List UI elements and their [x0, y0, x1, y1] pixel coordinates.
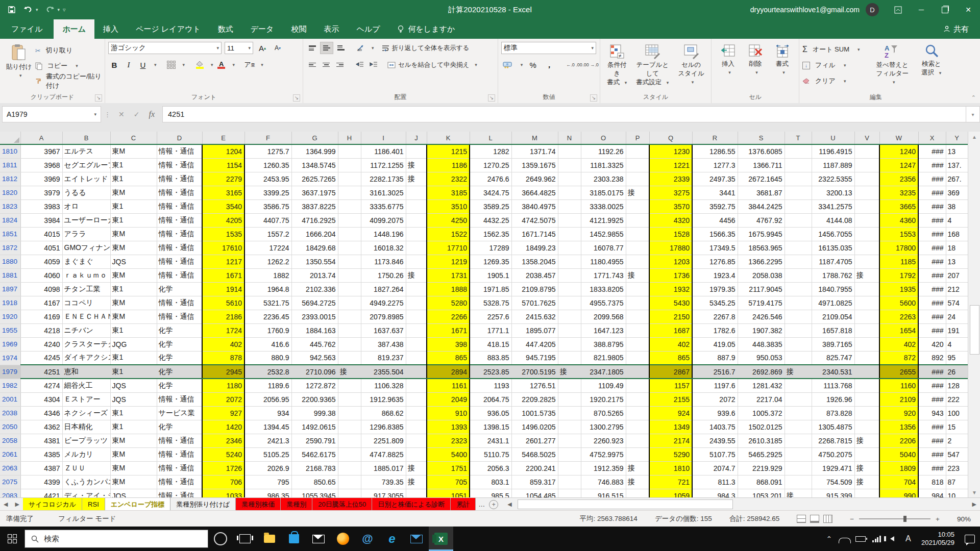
cell-W1982[interactable]: 1160: [879, 379, 918, 392]
cell-M1918[interactable]: 5701.7625: [511, 296, 558, 310]
cell-W2050[interactable]: 1356: [879, 420, 918, 434]
cell-U1872[interactable]: 16135.035: [812, 241, 854, 255]
cell-A1881[interactable]: 4060: [20, 268, 62, 282]
hscroll-left-icon[interactable]: ◀: [504, 501, 515, 508]
cell-F1824[interactable]: 4407.75: [244, 213, 291, 227]
column-header-E[interactable]: E: [202, 132, 244, 144]
sheet-tab-日別と株価による診断[interactable]: 日別と株価による診断: [372, 498, 451, 511]
cell-U1824[interactable]: 4144.08: [812, 213, 854, 227]
cell-F1974[interactable]: 880.9: [244, 351, 291, 365]
cell-S2083[interactable]: 1053.201: [738, 489, 785, 497]
cell-L2058[interactable]: 2431.1: [470, 434, 511, 447]
tab-insert[interactable]: 挿入: [94, 19, 127, 39]
cell-L1881[interactable]: 1905.1: [470, 268, 511, 282]
cell-V2050[interactable]: [854, 420, 879, 434]
align-center-icon[interactable]: [320, 59, 332, 70]
cell-Y1812[interactable]: 267.: [946, 172, 968, 186]
cell-O1982[interactable]: 1109.49: [581, 379, 626, 392]
cell-R1969[interactable]: 419.05: [692, 337, 738, 351]
cell-N2001[interactable]: [558, 392, 581, 406]
cell-R2075[interactable]: 811.3: [692, 475, 738, 489]
cell-G1918[interactable]: 5694.2725: [291, 296, 338, 310]
select-all-corner[interactable]: [0, 132, 20, 144]
cell-H1969[interactable]: [338, 337, 361, 351]
tab-home[interactable]: ホーム: [54, 19, 94, 39]
cell-X1974[interactable]: 892: [918, 351, 946, 365]
cell-A1880[interactable]: 4059: [20, 255, 62, 268]
cell-W2001[interactable]: 2109: [879, 392, 918, 406]
cell-V2061[interactable]: [854, 447, 879, 461]
cell-C1811[interactable]: 東1: [110, 158, 157, 172]
cell-Y1881[interactable]: 207: [946, 268, 968, 282]
cell-T1955[interactable]: [785, 323, 812, 337]
cell-C2075[interactable]: 東M: [110, 475, 157, 489]
cell-L1824[interactable]: 4432.25: [470, 213, 511, 227]
cell-A2038[interactable]: 4346: [20, 406, 62, 420]
cell-A1974[interactable]: 4245: [20, 351, 62, 365]
cell-I2001[interactable]: 1912.9635: [361, 392, 406, 406]
cell-W1823[interactable]: 3665: [879, 199, 918, 213]
cell-V1979[interactable]: [854, 365, 879, 379]
cell-X1969[interactable]: 420: [918, 337, 946, 351]
cell-A1982[interactable]: 4274: [20, 379, 62, 392]
cell-D1823[interactable]: 情報・通信: [157, 199, 202, 213]
row-header-1969[interactable]: 1969: [0, 337, 20, 351]
cell-O1812[interactable]: 2303.238: [581, 172, 626, 186]
cell-I2061[interactable]: 4747.8825: [361, 447, 406, 461]
cell-U2001[interactable]: 1926.96: [812, 392, 854, 406]
cell-W1897[interactable]: 1935: [879, 282, 918, 296]
cell-H1824[interactable]: [338, 213, 361, 227]
outlook-icon[interactable]: [404, 527, 429, 551]
cell-P1918[interactable]: [626, 296, 649, 310]
cell-T2063[interactable]: [785, 461, 812, 475]
cell-F1920[interactable]: 2236.45: [244, 310, 291, 323]
ime-mode-indicator[interactable]: A: [900, 527, 916, 551]
cell-P2058[interactable]: [626, 434, 649, 447]
cell-R1881[interactable]: 1923.4: [692, 268, 738, 282]
cell-F1811[interactable]: 1260.35: [244, 158, 291, 172]
cell-D1824[interactable]: 情報・通信: [157, 213, 202, 227]
find-select-button[interactable]: 検索と選択 ▾: [914, 42, 949, 92]
cell-V1812[interactable]: [854, 172, 879, 186]
sheet-nav-left-icon[interactable]: ◀: [0, 498, 11, 511]
cell-T1920[interactable]: [785, 310, 812, 323]
cell-V1920[interactable]: [854, 310, 879, 323]
cell-B1851[interactable]: アララ: [62, 227, 110, 241]
cell-K2075[interactable]: 705: [427, 475, 470, 489]
cell-X1881[interactable]: ###: [918, 268, 946, 282]
cell-F2061[interactable]: 5105.25: [244, 447, 291, 461]
sheet-tab-RSI[interactable]: RSI: [82, 498, 105, 511]
align-left-icon[interactable]: [306, 59, 318, 70]
volume-icon[interactable]: [885, 527, 900, 551]
cell-N1824[interactable]: [558, 213, 581, 227]
cell-D2001[interactable]: 情報・通信: [157, 392, 202, 406]
cell-F1897[interactable]: 1964.8: [244, 282, 291, 296]
cell-N1982[interactable]: [558, 379, 581, 392]
cell-L2083[interactable]: 985.5: [470, 489, 511, 497]
cell-A2083[interactable]: 4421: [20, 489, 62, 497]
cell-J1969[interactable]: [406, 337, 427, 351]
cell-A1810[interactable]: 3967: [20, 144, 62, 158]
cell-F2083[interactable]: 986.35: [244, 489, 291, 497]
cell-X1982[interactable]: ###: [918, 379, 946, 392]
cell-O1979[interactable]: 2347.1805: [581, 365, 626, 379]
email-at-icon[interactable]: @: [355, 527, 380, 551]
scroll-down-icon[interactable]: ▼: [968, 487, 980, 497]
column-header-D[interactable]: D: [157, 132, 202, 144]
cell-T1811[interactable]: [785, 158, 812, 172]
sheet-tab-サイコロジカル[interactable]: サイコロジカル: [23, 498, 82, 511]
cell-G2083[interactable]: 1055.3945: [291, 489, 338, 497]
cell-L1974[interactable]: 883.85: [470, 351, 511, 365]
wrap-text-button[interactable]: 折り返して全体を表示する: [382, 44, 470, 53]
cell-X2083[interactable]: 984: [918, 489, 946, 497]
cell-C1979[interactable]: 東1: [110, 365, 157, 379]
cell-M1872[interactable]: 18499.23: [511, 241, 558, 255]
cell-K1820[interactable]: 3185: [427, 186, 470, 199]
scroll-up-icon[interactable]: ▲: [968, 132, 980, 142]
expand-formula-bar-icon[interactable]: ▾: [966, 106, 980, 122]
format-cells-button[interactable]: 書式▾: [772, 42, 793, 92]
cell-K1982[interactable]: 1161: [427, 379, 470, 392]
cell-S2075[interactable]: 868.091: [738, 475, 785, 489]
cell-T1979[interactable]: 接: [785, 365, 812, 379]
cell-J1823[interactable]: [406, 199, 427, 213]
